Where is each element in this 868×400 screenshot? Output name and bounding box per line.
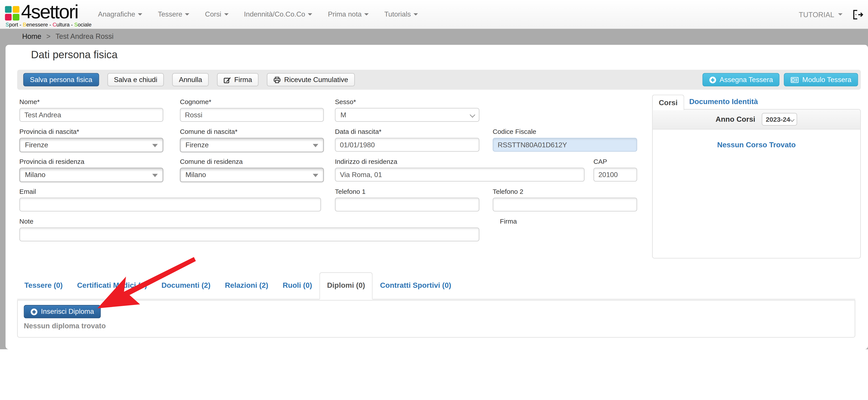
comune-nascita-label: Comune di nascita* — [180, 128, 324, 135]
save-button[interactable]: Salva persona fisica — [23, 73, 99, 86]
caret-down-icon — [308, 13, 312, 16]
cap-input[interactable] — [593, 168, 637, 182]
codice-fiscale-input[interactable] — [493, 138, 637, 152]
field-email: Email — [20, 188, 321, 212]
nome-input[interactable] — [20, 108, 163, 122]
tab-relazioni[interactable]: Relazioni (2) — [218, 272, 275, 299]
note-input[interactable] — [20, 227, 479, 242]
caret-down-icon — [838, 13, 842, 16]
top-navbar: 4settori Sport - Benessere - Cultura - S… — [0, 0, 868, 29]
provincia-residenza-label: Provincia di residenza — [20, 158, 163, 165]
brand-tagline: Sport - Benessere - Cultura - Sociale — [5, 22, 92, 28]
indirizzo-residenza-input[interactable] — [335, 168, 585, 182]
comune-residenza-select[interactable]: Milano — [180, 168, 324, 182]
comune-nascita-select[interactable]: Firenze — [180, 138, 324, 152]
telefono1-label: Telefono 1 — [335, 188, 479, 195]
note-label: Note — [20, 218, 479, 225]
field-telefono1: Telefono 1 — [335, 188, 479, 212]
id-card-icon — [790, 76, 799, 83]
side-tab-corsi[interactable]: Corsi — [652, 95, 684, 110]
provincia-residenza-select[interactable]: Milano — [20, 168, 163, 182]
menu-corsi[interactable]: Corsi — [197, 10, 236, 18]
chevron-down-icon — [790, 117, 795, 122]
assign-card-button[interactable]: Assegna Tessera — [702, 73, 780, 86]
provincia-nascita-select[interactable]: Firenze — [20, 138, 163, 152]
cumulative-receipts-button[interactable]: Ricevute Cumulative — [267, 73, 355, 86]
email-input[interactable] — [20, 197, 321, 212]
cancel-button[interactable]: Annulla — [172, 73, 209, 86]
app-window: 4settori Sport - Benessere - Cultura - S… — [0, 0, 868, 400]
logo-squares-icon — [5, 6, 20, 21]
navbar-right: TUTORIAL — [799, 0, 864, 29]
select-arrow-icon — [313, 144, 318, 147]
app-logo[interactable]: 4settori Sport - Benessere - Cultura - S… — [5, 3, 99, 27]
firma-label: Firma — [500, 218, 611, 225]
telefono2-label: Telefono 2 — [493, 188, 637, 195]
toolbar-right-group: Assegna Tessera Modulo Tessera — [702, 73, 858, 86]
tab-contratti-sportivi[interactable]: Contratti Sportivi (0) — [373, 272, 459, 299]
card-form-button[interactable]: Modulo Tessera — [784, 73, 858, 86]
menu-prima-nota[interactable]: Prima nota — [320, 10, 377, 18]
field-data-nascita: Data di nascita* — [335, 128, 479, 152]
breadcrumb-home-link[interactable]: Home — [22, 32, 41, 40]
action-toolbar: Salva persona fisica Salva e chiudi Annu… — [17, 70, 861, 90]
provincia-nascita-label: Provincia di nascita* — [20, 128, 163, 135]
tab-certificati-medici[interactable]: Certificati Medici (0) — [70, 272, 154, 299]
diplomi-tab-panel: Inserisci Diploma Nessun diploma trovato — [17, 300, 855, 338]
insert-diploma-button[interactable]: Inserisci Diploma — [24, 305, 101, 318]
tab-ruoli[interactable]: Ruoli (0) — [275, 272, 319, 299]
corsi-panel-header: Anno Corsi 2023-24 — [653, 110, 860, 129]
logo-square-teal — [5, 6, 12, 13]
menu-anagrafiche[interactable]: Anagrafiche — [90, 10, 150, 18]
anno-corsi-label: Anno Corsi — [716, 115, 755, 123]
page-title: Dati persona fisica — [31, 49, 118, 61]
logo-square-yellow — [13, 6, 20, 13]
record-tabs: Tessere (0) Certificati Medici (0) Docum… — [17, 272, 855, 300]
anno-corsi-select[interactable]: 2023-24 — [762, 113, 798, 126]
logout-icon[interactable] — [852, 9, 864, 20]
caret-down-icon — [413, 13, 418, 16]
tab-documenti[interactable]: Documenti (2) — [154, 272, 218, 299]
field-nome: Nome* — [20, 98, 163, 122]
tab-diplomi[interactable]: Diplomi (0) — [319, 272, 373, 300]
menu-tessere[interactable]: Tessere — [150, 10, 197, 18]
main-menu: Anagrafiche Tessere Corsi Indennità/Co.C… — [90, 0, 426, 29]
cap-label: CAP — [593, 158, 637, 165]
nome-label: Nome* — [20, 98, 163, 105]
no-diploma-message: Nessun diploma trovato — [24, 321, 106, 330]
field-telefono2: Telefono 2 — [493, 188, 637, 212]
telefono2-input[interactable] — [493, 197, 637, 212]
tab-tessere[interactable]: Tessere (0) — [17, 272, 70, 299]
brand-name: 4settori — [21, 1, 78, 23]
user-dropdown[interactable]: TUTORIAL — [799, 10, 842, 19]
logo-square-crimson — [5, 14, 12, 21]
field-comune-residenza: Comune di residenza Milano — [180, 158, 324, 182]
edit-icon — [224, 76, 231, 83]
sesso-select[interactable]: M — [335, 108, 479, 122]
field-cap: CAP — [593, 158, 637, 182]
sesso-label: Sesso* — [335, 98, 479, 105]
field-indirizzo-residenza: Indirizzo di residenza — [335, 158, 585, 182]
field-comune-nascita: Comune di nascita* Firenze — [180, 128, 324, 152]
menu-indennita[interactable]: Indennità/Co.Co.Co — [236, 10, 320, 18]
no-courses-message: Nessun Corso Trovato — [653, 141, 860, 149]
data-nascita-input[interactable] — [335, 138, 479, 152]
field-firma: Firma — [500, 218, 611, 227]
field-note: Note — [20, 218, 479, 242]
field-provincia-nascita: Provincia di nascita* Firenze — [20, 128, 163, 152]
telefono1-input[interactable] — [335, 197, 479, 212]
menu-tutorials[interactable]: Tutorials — [377, 10, 426, 18]
field-cognome: Cognome* — [180, 98, 324, 122]
field-sesso: Sesso* M — [335, 98, 479, 122]
breadcrumb: Home > Test Andrea Rossi — [22, 32, 113, 40]
field-provincia-residenza: Provincia di residenza Milano — [20, 158, 163, 182]
plus-circle-icon — [709, 76, 716, 83]
chevron-down-icon — [470, 112, 475, 118]
email-label: Email — [20, 188, 321, 195]
plus-circle-icon — [30, 308, 38, 315]
cognome-input[interactable] — [180, 108, 324, 122]
save-close-button[interactable]: Salva e chiudi — [107, 73, 164, 86]
side-tab-documento-identita[interactable]: Documento Identità — [689, 97, 758, 106]
breadcrumb-current: Test Andrea Rossi — [56, 32, 114, 40]
sign-button[interactable]: Firma — [217, 73, 259, 86]
